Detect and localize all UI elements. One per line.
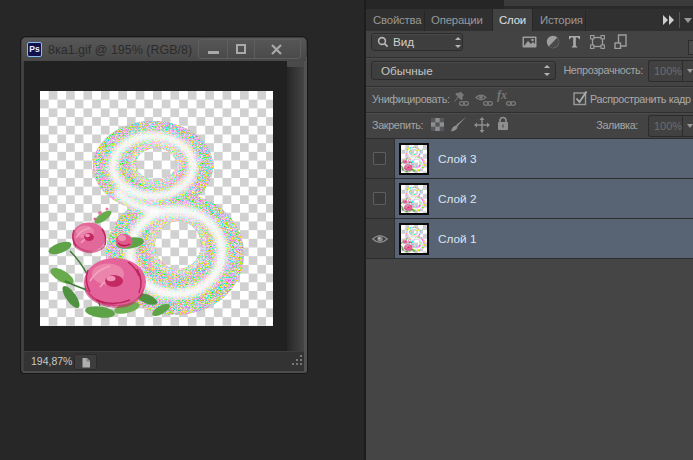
svg-text:fx: fx — [497, 89, 507, 102]
